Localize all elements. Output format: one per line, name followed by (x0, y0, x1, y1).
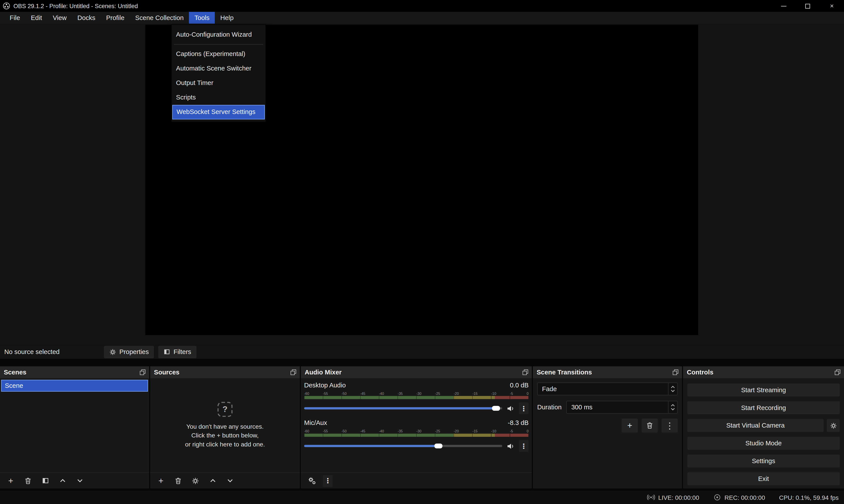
spin-arrows-icon[interactable] (668, 401, 677, 413)
meter-tick: -5 (510, 429, 513, 433)
menu-item-auto-configuration-wizard[interactable]: Auto-Configuration Wizard (172, 28, 265, 42)
scene-list-item-selected[interactable]: Scene (1, 380, 148, 392)
start-recording-button[interactable]: Start Recording (687, 401, 840, 414)
transition-select[interactable]: Fade (537, 382, 678, 396)
add-source-button[interactable]: + (155, 475, 167, 487)
source-properties-button[interactable] (189, 475, 201, 487)
panel-title: Controls (687, 368, 714, 376)
speaker-icon[interactable] (507, 442, 515, 450)
menu-item-websocket-server-settings[interactable]: WebSocket Server Settings (172, 105, 265, 120)
sources-list[interactable]: ? You don't have any sources. Click the … (150, 378, 300, 472)
record-icon (713, 493, 721, 501)
volume-slider-fill (304, 407, 496, 409)
advanced-audio-button[interactable] (306, 475, 317, 487)
duration-label: Duration (537, 403, 562, 411)
combo-arrows-icon (668, 383, 677, 395)
channel-options-button[interactable]: ⋮ (519, 440, 528, 452)
popout-icon[interactable] (290, 369, 296, 375)
controls-panel-header[interactable]: Controls (683, 366, 844, 378)
menu-edit[interactable]: Edit (25, 12, 48, 24)
move-scene-down-button[interactable] (74, 475, 86, 487)
menu-docks[interactable]: Docks (72, 12, 101, 24)
maximize-button[interactable] (796, 0, 820, 12)
menu-file[interactable]: File (4, 12, 25, 24)
meter-tick: -10 (491, 429, 496, 433)
volume-slider[interactable] (304, 407, 502, 409)
panel-title: Scene Transitions (537, 368, 592, 376)
transitions-body: Fade Duration 300 ms (533, 378, 682, 488)
meter-tick: -35 (398, 429, 403, 433)
popout-icon[interactable] (672, 369, 679, 375)
exit-button[interactable]: Exit (687, 472, 840, 485)
mixer-toolbar: ⋮ (301, 472, 532, 488)
menu-item-automatic-scene-switcher[interactable]: Automatic Scene Switcher (172, 61, 265, 76)
channel-name: Mic/Aux (304, 419, 327, 427)
audio-mixer-panel-header[interactable]: Audio Mixer (301, 366, 532, 378)
sources-empty-line: You don't have any sources. (186, 422, 264, 431)
menu-view[interactable]: View (48, 12, 72, 24)
live-status: LIVE: 00:00:00 (647, 493, 699, 501)
volume-slider[interactable] (304, 445, 502, 447)
start-streaming-button[interactable]: Start Streaming (687, 384, 840, 397)
volume-slider-handle[interactable] (492, 406, 500, 411)
sources-panel: Sources ? You don't have any sources. Cl… (150, 366, 300, 488)
remove-scene-button[interactable] (22, 475, 34, 487)
move-scene-up-button[interactable] (56, 475, 68, 487)
meter-tick: -60 (304, 392, 309, 395)
mixer-options-button[interactable]: ⋮ (323, 475, 333, 487)
meter-tick: -10 (491, 392, 496, 395)
sources-toolbar: + (150, 472, 300, 488)
tools-menu: Auto-Configuration Wizard Captions (Expe… (171, 24, 266, 122)
minimize-button[interactable] (771, 0, 795, 12)
window-controls: × (771, 0, 844, 12)
sources-empty-state: ? You don't have any sources. Click the … (150, 378, 300, 472)
titlebar: OBS 29.1.2 - Profile: Untitled - Scenes:… (0, 0, 844, 12)
transition-options-button[interactable]: ⋮ (662, 418, 678, 433)
menu-item-output-timer[interactable]: Output Timer (172, 76, 265, 90)
scene-filters-button[interactable] (39, 475, 51, 487)
menu-item-scripts[interactable]: Scripts (172, 90, 265, 105)
add-transition-button[interactable]: + (622, 418, 638, 433)
panel-title: Audio Mixer (304, 368, 341, 376)
start-virtual-camera-button[interactable]: Start Virtual Camera (687, 419, 824, 432)
menu-tools[interactable]: Tools (189, 12, 215, 24)
settings-button[interactable]: Settings (687, 455, 840, 468)
add-scene-button[interactable]: + (5, 475, 17, 487)
remove-transition-button[interactable] (641, 418, 658, 433)
meter-tick: -30 (417, 429, 421, 433)
remove-source-button[interactable] (172, 475, 184, 487)
virtual-camera-settings-button[interactable] (827, 419, 840, 432)
scenes-panel: Scenes Scene + (0, 366, 149, 488)
obs-window: OBS 29.1.2 - Profile: Untitled - Scenes:… (0, 0, 844, 504)
filters-button[interactable]: Filters (158, 346, 196, 358)
menu-profile[interactable]: Profile (101, 12, 130, 24)
duration-spinbox[interactable]: 300 ms (566, 401, 678, 414)
popout-icon[interactable] (834, 369, 841, 375)
gear-icon (109, 348, 116, 355)
volume-meter (304, 433, 528, 437)
studio-mode-button[interactable]: Studio Mode (687, 437, 840, 450)
scenes-list[interactable]: Scene (0, 378, 149, 472)
menu-help[interactable]: Help (215, 12, 239, 24)
rec-status: REC: 00:00:00 (713, 493, 765, 501)
menu-item-captions[interactable]: Captions (Experimental) (172, 47, 265, 61)
popout-icon[interactable] (139, 369, 146, 375)
meter-tick: -40 (379, 429, 384, 433)
speaker-icon[interactable] (507, 404, 515, 412)
meter-tick: -50 (341, 392, 347, 395)
meter-tick: -50 (341, 429, 347, 433)
move-source-up-button[interactable] (207, 475, 218, 487)
popout-icon[interactable] (522, 369, 528, 375)
channel-options-button[interactable]: ⋮ (519, 402, 528, 414)
properties-button[interactable]: Properties (104, 346, 154, 358)
filters-label: Filters (174, 348, 191, 356)
close-button[interactable]: × (820, 0, 844, 12)
move-source-down-button[interactable] (224, 475, 236, 487)
meter-tick: -15 (472, 429, 477, 433)
volume-slider-handle[interactable] (435, 444, 442, 448)
scenes-panel-header[interactable]: Scenes (0, 366, 149, 378)
menu-scene-collection[interactable]: Scene Collection (130, 12, 189, 24)
sources-panel-header[interactable]: Sources (150, 366, 300, 378)
preview-area (0, 24, 844, 345)
scene-transitions-panel-header[interactable]: Scene Transitions (533, 366, 682, 378)
